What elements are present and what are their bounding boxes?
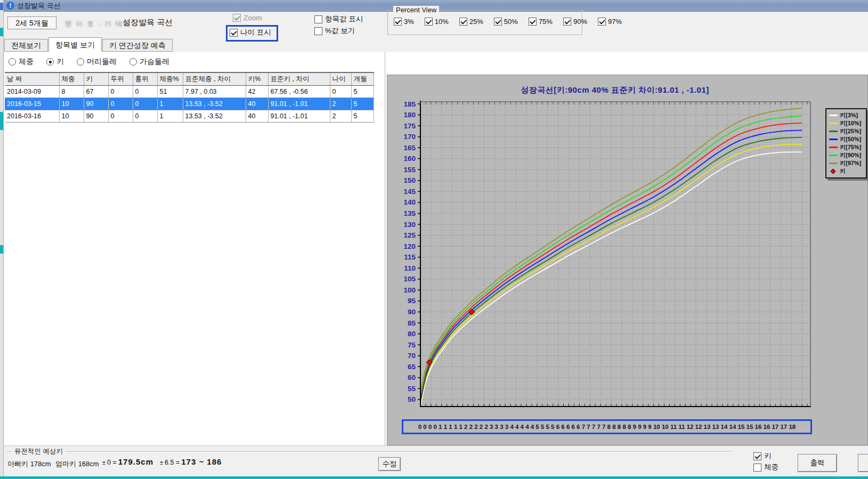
checkbox-icon [753,452,761,460]
table-cell: 0 [108,98,133,110]
checkbox-label: 90% [573,18,587,26]
column-header[interactable]: 흉위 [133,72,157,86]
column-header[interactable]: 체중 [59,72,84,86]
table-row[interactable]: 2016-03-16109000113.53 , -3.524091.01 , … [5,110,374,123]
measurement-table: 날 짜체중키두위흉위체중%표준체중 , 차이키%표준키 , 차이나이개월2014… [5,72,374,123]
expected-height-value: 179.5cm [118,457,153,466]
percent-checkbox-97%[interactable]: 97% [598,18,622,26]
radio-키[interactable]: 키 [46,57,64,67]
percent-value-checkbox[interactable]: %값 보기 [314,26,355,36]
column-header[interactable]: 나이 [330,72,351,86]
percentile-curve-키[10%] [420,144,802,404]
percent-checkbox-75%[interactable]: 75% [529,18,553,26]
percentile-curve-키[75%] [420,123,802,397]
tab-전체보기[interactable]: 전체보기 [4,39,48,52]
panel-divider [385,52,385,445]
y-axis-tick-label: 175 [403,122,416,130]
percent-view-title: Percent View [393,6,439,14]
print-button[interactable]: 출력 [798,454,837,472]
column-header[interactable]: 키% [246,72,268,86]
checkbox-label: 75% [539,18,553,26]
legend-line-swatch [829,131,838,132]
legend-line-swatch [829,155,838,156]
print-option-키[interactable]: 키 [753,451,778,461]
table-cell: 0 [108,86,133,98]
background-window-fragment [0,28,3,36]
tab-키 연간성장 예측[interactable]: 키 연간성장 예측 [102,39,173,52]
checkbox-label: %값 보기 [325,26,355,36]
chart-legend: 키[3%]키[10%]키[25%]키[50%]키[75%]키[90%]키[97%… [825,108,867,178]
bottom-accent-bar [0,476,868,479]
column-header[interactable]: 키 [84,72,108,86]
table-cell: 13.53 , -3.52 [183,98,246,110]
item-value-checkbox[interactable]: 항목값 표시 [314,14,363,24]
percent-checkbox-3%[interactable]: 3% [394,18,414,26]
table-cell: 8 [59,86,84,98]
legend-line-swatch [829,163,838,164]
y-axis-tick-label: 130 [403,221,416,229]
column-header[interactable]: 체중% [157,72,183,86]
plus-minus-icon: ± [102,459,106,466]
edit-button[interactable]: 수정 [378,457,401,471]
column-header[interactable]: 표준체중 , 차이 [183,72,246,86]
table-cell: 90 [84,98,108,110]
legend-item: 키[75%] [829,143,865,151]
table-row[interactable]: 2014-03-0986700517.97 , 0.034267.56 , -0… [5,86,374,98]
expected-height: ± 0 = 179.5cm [102,457,153,466]
table-cell: 67.56 , -0.56 [268,86,330,98]
radio-머리둘레[interactable]: 머리둘레 [77,57,117,67]
expected-height-range-value: 173 ~ 186 [181,457,222,466]
percent-view-group: Percent View 3%10%25%50%75%90%97% [387,10,582,35]
y-axis-tick-label: 85 [408,319,416,327]
y-axis-tick-label: 160 [403,155,416,163]
column-header[interactable]: 두위 [108,72,133,86]
y-axis-tick-label: 75 [408,341,416,349]
y-axis-tick-label: 105 [403,275,416,283]
legend-label: 키[10%] [840,119,861,127]
legend-item: 키[3%] [829,111,865,119]
column-header[interactable]: 날 짜 [5,72,59,86]
table-cell: 90 [84,110,108,123]
table-cell: 67 [84,86,108,98]
checkbox-icon [494,18,502,26]
tab-항목별 보기[interactable]: 항목별 보기 [48,37,102,52]
percent-view-options: 3%10%25%50%75%90%97% [394,18,622,26]
table-cell: 40 [246,110,268,123]
table-row[interactable]: 2016-03-15109000113.53 , -3.524091.01 , … [5,98,374,110]
legend-item: 키[25%] [829,127,865,135]
print-option-체중[interactable]: 체중 [753,462,778,472]
y-axis-tick-label: 95 [408,297,416,305]
legend-label: 키[3%] [840,111,858,119]
background-window-fragment [0,112,3,130]
checkbox-icon [394,18,402,26]
age-display-checkbox[interactable]: 나이 표시 [230,28,271,37]
percent-checkbox-10%[interactable]: 10% [425,18,449,26]
radio-체중[interactable]: 체중 [9,57,34,67]
mother-height-value: 168cm [78,460,99,468]
close-button[interactable]: 닫기 [858,454,868,472]
table-cell: 5 [351,86,374,98]
column-header[interactable]: 표준키 , 차이 [268,72,330,86]
radio-icon [46,58,54,66]
legend-line-swatch [829,147,838,148]
y-axis-tick-label: 125 [403,231,416,239]
window-info-icon: ! [6,2,14,10]
legend-item: 키[10%] [829,119,865,127]
radio-가슴둘레[interactable]: 가슴둘레 [129,57,169,67]
legend-item: 키[90%] [829,151,865,159]
percent-checkbox-90%[interactable]: 90% [563,18,587,26]
radio-label: 체중 [19,57,34,67]
table-cell: 40 [246,98,268,110]
checkbox-label: 10% [435,18,449,26]
y-axis-tick-label: 70 [408,352,416,360]
table-cell: 10 [59,98,84,110]
checkbox-icon [459,18,467,26]
column-header[interactable]: 개월 [351,72,374,86]
measurement-radio-group: 체중키머리둘레가슴둘레 [9,57,169,67]
table-cell: 2014-03-09 [5,86,59,98]
checkbox-icon [425,18,433,26]
percent-checkbox-25%[interactable]: 25% [459,18,483,26]
percent-checkbox-50%[interactable]: 50% [494,18,518,26]
background-window-edge [0,0,4,479]
table-cell: 1 [157,110,183,123]
